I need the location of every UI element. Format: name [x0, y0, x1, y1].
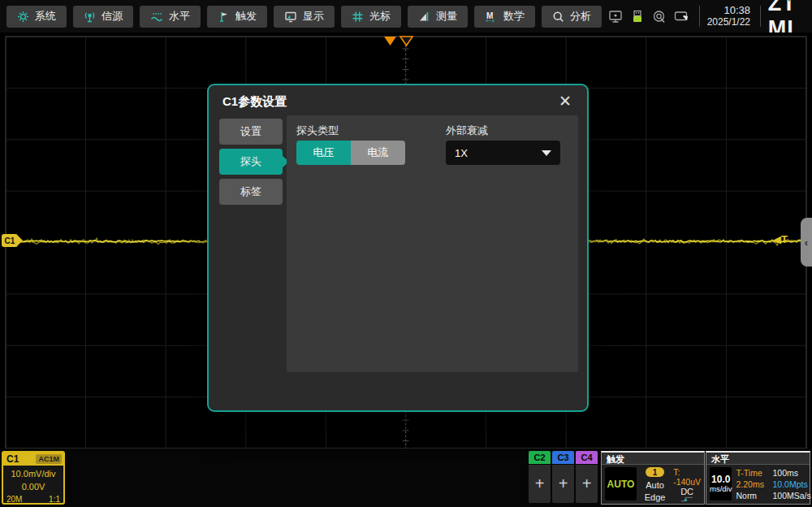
channel4-name: C4 — [576, 451, 598, 464]
trigger-coupling: DC — [680, 487, 693, 496]
side-panel-handle[interactable]: ‹ — [801, 218, 812, 266]
time-text: 10:38 — [707, 5, 750, 17]
touch-gesture-icon[interactable] — [674, 10, 689, 24]
channel4-add-tile[interactable]: C4 + — [576, 451, 598, 503]
probe-type-voltage-button[interactable]: 电压 — [296, 141, 351, 165]
dialog-tab-list: 设置 探头 标签 — [219, 119, 283, 209]
gear-icon — [17, 11, 29, 23]
menu-label: 显示 — [303, 9, 324, 24]
channel1-readout: 10.0mV/div 0.00V — [3, 466, 63, 494]
trigger-type: Edge — [645, 492, 666, 502]
c1-settings-dialog: C1参数设置 ✕ 设置 探头 标签 探头类型 电压 电流 外部衰减 1X — [207, 84, 589, 412]
horizontal-wave-icon — [150, 11, 163, 23]
sample-rate: 100MSa/s — [772, 491, 806, 500]
trigger-marker-hollow-icon — [400, 37, 412, 46]
clock: 10:38 2025/1/22 — [707, 5, 750, 28]
channel1-coupling-badge: AC1M — [36, 454, 62, 464]
horizontal-info-panel[interactable]: 水平 10.0 ms/div T-Time 100ms 2.20ms 10.0M… — [706, 451, 810, 505]
svg-text:+−×: +−× — [486, 18, 495, 23]
tab-label[interactable]: 标签 — [219, 179, 283, 205]
trigger-flag-icon — [218, 11, 230, 23]
trigger-marker-solid-icon — [384, 37, 396, 46]
channel1-info-box[interactable]: C1 AC1M 10.0mV/div 0.00V 20M 1:1 — [2, 451, 65, 505]
trigger-source-badge: 1 — [646, 467, 664, 477]
channel1-offset: 0.00V — [3, 481, 63, 494]
horizontal-readout-grid: T-Time 100ms 2.20ms 10.0Mpts Norm 100MSa… — [736, 467, 806, 501]
menu-button-analyze[interactable]: 分析 — [542, 6, 602, 28]
trigger-info-panel[interactable]: 触发 AUTO 1 Auto Edge T: -140uV DC — [601, 451, 705, 505]
logo-triangle-icon — [785, 0, 793, 2]
menu-button-horizontal[interactable]: 水平 — [140, 6, 201, 28]
horizontal-panel-title: 水平 — [706, 453, 810, 465]
channel2-add-button[interactable]: + — [529, 465, 551, 503]
measure-icon — [418, 11, 430, 23]
memory-depth: 10.0Mpts — [772, 479, 806, 489]
ext-atten-dropdown[interactable]: 1X — [446, 141, 560, 165]
channel1-header: C1 AC1M — [3, 453, 63, 466]
channel3-add-tile[interactable]: C3 + — [552, 451, 574, 503]
menu-label: 分析 — [570, 9, 591, 24]
status-icon-group — [608, 10, 689, 24]
channel1-scale: 10.0mV/div — [3, 468, 63, 481]
timebase-value: 10.0 — [711, 474, 730, 485]
channel1-position-tag[interactable]: C1 — [2, 234, 18, 247]
timebase-unit: ms/div — [710, 485, 732, 493]
channel1-probe-ratio: 1:1 — [49, 495, 60, 504]
menu-button-source[interactable]: 信源 — [73, 6, 133, 28]
trigger-sweep-mode: Auto — [646, 480, 664, 490]
dialog-close-button[interactable]: ✕ — [555, 91, 576, 112]
channel3-add-button[interactable]: + — [552, 465, 574, 503]
timebase-box: 10.0 ms/div — [710, 467, 732, 500]
oscilloscope-screen: 系统 信源 水平 触发 显示 光标 测量 M+−× 数学 — [0, 0, 812, 507]
dialog-content-panel: 探头类型 电压 电流 外部衰减 1X — [287, 115, 578, 372]
usb-device-icon[interactable] — [630, 10, 645, 24]
menu-label: 系统 — [35, 9, 56, 24]
tab-probe[interactable]: 探头 — [219, 149, 283, 175]
rising-edge-icon — [675, 496, 699, 502]
ext-atten-value: 1X — [455, 147, 542, 159]
trigger-mode-box: AUTO — [605, 467, 637, 500]
channel2-name: C2 — [529, 451, 551, 464]
menu-label: 水平 — [169, 9, 190, 24]
menu-button-measure[interactable]: 测量 — [408, 6, 468, 28]
trigger-level-marker[interactable]: ◀T — [773, 233, 788, 245]
display-icon — [284, 11, 297, 23]
t-time-value: 100ms — [772, 468, 806, 478]
dialog-title: C1参数设置 — [222, 94, 287, 110]
toolbar-divider — [760, 6, 761, 27]
trigger-panel-title: 触发 — [602, 453, 704, 465]
menu-button-math[interactable]: M+−× 数学 — [474, 6, 535, 28]
bottom-status-bar: C1 AC1M 10.0mV/div 0.00V 20M 1:1 C2 + C3… — [0, 448, 812, 507]
analyze-icon — [552, 11, 564, 23]
toolbar-divider — [699, 6, 700, 27]
signal-icon — [84, 11, 96, 23]
channel4-add-button[interactable]: + — [576, 465, 598, 503]
menu-button-cursor[interactable]: 光标 — [341, 6, 401, 28]
trigger-position-markers[interactable] — [383, 36, 414, 47]
channel1-footer: 20M 1:1 — [3, 494, 63, 504]
menu-button-trigger[interactable]: 触发 — [207, 6, 267, 28]
acquire-mode: Norm — [736, 491, 770, 500]
touch-sound-icon[interactable] — [652, 10, 667, 24]
probe-type-current-button[interactable]: 电流 — [351, 141, 405, 165]
probe-type-segmented-control: 电压 电流 — [296, 141, 405, 165]
ext-atten-label: 外部衰减 — [446, 124, 488, 138]
top-toolbar: 系统 信源 水平 触发 显示 光标 测量 M+−× 数学 — [0, 0, 812, 32]
menu-label: 数学 — [503, 9, 525, 24]
menu-button-display[interactable]: 显示 — [274, 6, 335, 28]
channel2-add-tile[interactable]: C2 + — [529, 451, 551, 503]
tab-settings[interactable]: 设置 — [219, 119, 283, 145]
cursor-grid-icon — [352, 11, 364, 23]
channel3-name: C3 — [552, 451, 574, 464]
menu-label: 光标 — [369, 9, 391, 24]
channel1-name: C1 — [3, 453, 36, 465]
channel1-bandwidth: 20M — [6, 495, 22, 504]
trigger-level-value: T: -140uV — [673, 467, 701, 487]
math-icon: M+−× — [485, 11, 498, 23]
delay-value: 2.20ms — [736, 479, 770, 489]
menu-button-system[interactable]: 系统 — [6, 6, 67, 28]
remote-display-icon[interactable] — [608, 10, 623, 24]
date-text: 2025/1/22 — [707, 17, 750, 28]
probe-type-label: 探头类型 — [296, 124, 339, 138]
t-time-label: T-Time — [736, 468, 770, 478]
